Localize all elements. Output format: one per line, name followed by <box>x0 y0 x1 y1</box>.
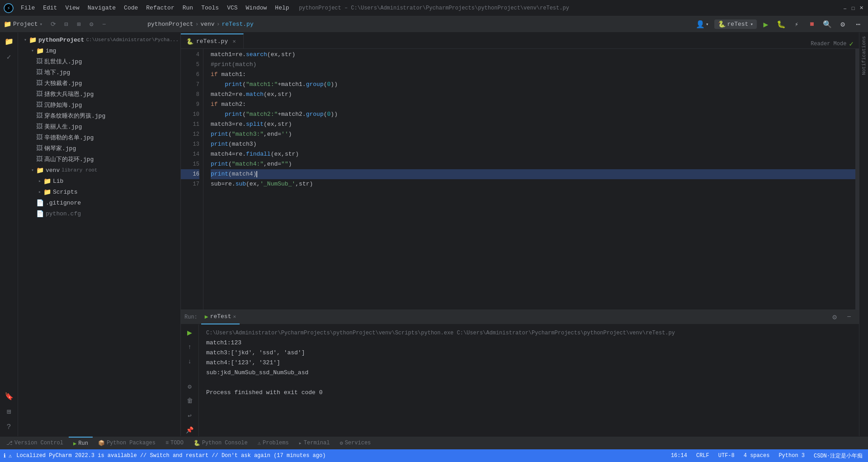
run-coverage-button[interactable]: ⚡ <box>790 18 803 31</box>
run-settings2-button[interactable]: ⚙ <box>184 380 196 393</box>
code-editor[interactable]: 4 5 6 7 8 9 10 11 12 13 14 15 16 17 <box>181 49 859 310</box>
tree-item-partial[interactable]: 📄 python.cfg <box>18 208 180 219</box>
tree-item-file-2[interactable]: 🖼 地下.jpg <box>18 67 180 78</box>
minimize-button[interactable]: – <box>842 5 848 11</box>
menu-run[interactable]: Run <box>179 3 197 13</box>
search-everywhere-button[interactable]: 🔍 <box>821 18 834 31</box>
notifications-label[interactable]: Notifications <box>861 33 867 79</box>
code-line-15: print("match4:",end="") <box>211 159 855 169</box>
run-button[interactable]: ▶ <box>760 18 772 31</box>
tree-item-file-10[interactable]: 🖼 高山下的花环.jpg <box>18 154 180 165</box>
close-button[interactable]: ✕ <box>858 5 864 11</box>
menu-window[interactable]: Window <box>242 3 271 13</box>
tree-item-file-5[interactable]: 🖼 沉静如海.jpg <box>18 100 180 110</box>
run-tab-close[interactable]: ✕ <box>233 314 236 319</box>
tree-item-scripts[interactable]: ▸ 📁 Scripts <box>18 186 180 197</box>
sidebar-bookmarks-icon[interactable]: 🔖 <box>2 389 16 404</box>
run-play-button[interactable]: ▶ <box>184 326 196 339</box>
breadcrumb-file[interactable]: reTest.py <box>222 21 254 28</box>
run-wrap-button[interactable]: ↩ <box>184 409 196 422</box>
svg-text:⚡: ⚡ <box>7 5 10 12</box>
bottom-tab-todo[interactable]: ≡ TODO <box>161 437 188 450</box>
run-configuration[interactable]: 🐍 reTest ▾ <box>714 19 757 29</box>
menu-edit[interactable]: Edit <box>39 3 61 13</box>
sidebar-commit-icon[interactable]: ✓ <box>2 50 16 64</box>
menu-navigate[interactable]: Navigate <box>84 3 119 13</box>
nav-bar: 📁 Project ▾ ⟳ ⊟ ⊞ ⚙ − pythonProject › ve… <box>0 16 868 33</box>
status-crlf[interactable]: CRLF <box>694 452 711 460</box>
status-extra[interactable]: CSDN·注定是小年痴 <box>812 451 864 461</box>
bottom-tab-run[interactable]: ▶ Run <box>69 437 93 450</box>
collapse-all-button[interactable]: ⊟ <box>61 19 71 30</box>
tree-item-file-9[interactable]: 🖼 钢琴家.jpg <box>18 143 180 154</box>
run-tab-retest[interactable]: ▶ reTest ✕ <box>201 310 240 324</box>
debug-button[interactable]: 🐛 <box>775 18 788 31</box>
services-label: Services <box>345 440 371 446</box>
editor-scrollbar[interactable] <box>855 49 859 310</box>
tree-item-file-1[interactable]: 🖼 乱世佳人.jpg <box>18 56 180 67</box>
status-message[interactable]: Localized PyCharm 2022.3 is available //… <box>14 452 327 460</box>
menu-tools[interactable]: Tools <box>198 3 222 13</box>
menu-code[interactable]: Code <box>120 3 142 13</box>
tab-retest[interactable]: 🐍 reTest.py ✕ <box>181 33 244 48</box>
code-line-11: match3=re.split(ex,str) <box>211 119 855 129</box>
sidebar-project-icon[interactable]: 📁 <box>2 34 16 49</box>
project-dropdown[interactable]: 📁 Project ▾ <box>4 20 42 28</box>
content-area: 📁 ✓ 🔖 ⊞ ? ▾ 📁 pythonProject C:\Users\Adm… <box>0 33 868 436</box>
app-icon: ⚡ <box>4 3 14 13</box>
tree-item-root[interactable]: ▾ 📁 pythonProject C:\Users\Administrator… <box>18 34 180 45</box>
code-line-6: if match1: <box>211 70 855 80</box>
breadcrumb-project[interactable]: pythonProject <box>147 21 193 28</box>
sidebar-structure-icon[interactable]: ⊞ <box>2 405 16 419</box>
hide-button[interactable]: − <box>99 19 109 30</box>
python-packages-icon: 📦 <box>98 440 105 447</box>
more-options-button[interactable]: ⋯ <box>852 18 864 31</box>
sidebar-learn-icon[interactable]: ? <box>2 420 16 434</box>
menu-view[interactable]: View <box>61 3 83 13</box>
tab-close-button[interactable]: ✕ <box>231 38 238 45</box>
tree-item-file-7[interactable]: 🖼 美丽人生.jpg <box>18 121 180 132</box>
maximize-button[interactable]: □ <box>850 5 856 11</box>
ide-settings-button[interactable]: ⚙ <box>836 18 849 31</box>
menu-vcs[interactable]: VCS <box>223 3 241 13</box>
status-indent[interactable]: 4 spaces <box>742 452 772 460</box>
sync-files-button[interactable]: ⟳ <box>48 19 59 30</box>
tree-item-venv[interactable]: ▾ 📁 venv library root <box>18 165 180 176</box>
settings-button[interactable]: ⚙ <box>86 19 97 30</box>
run-pin-button[interactable]: 📌 <box>184 424 196 436</box>
tree-item-file-8[interactable]: 🖼 辛德勒的名单.jpg <box>18 132 180 143</box>
menu-help[interactable]: Help <box>271 3 292 13</box>
run-clear-button[interactable]: 🗑 <box>184 395 196 407</box>
breadcrumb-venv[interactable]: venv <box>200 21 214 28</box>
tree-item-lib[interactable]: ▸ 📁 Lib <box>18 176 180 186</box>
bottom-tab-version-control[interactable]: ⎇ Version Control <box>2 437 68 450</box>
run-sidebar: ▶ ↑ ↓ ⚙ 🗑 ↩ 📌 <box>181 324 199 436</box>
run-scroll-down-button[interactable]: ↓ <box>184 355 196 368</box>
code-content[interactable]: match1=re.search(ex,str) #print(match) i… <box>203 49 855 310</box>
status-encoding[interactable]: UTF-8 <box>717 452 736 460</box>
status-python[interactable]: Python 3 <box>777 452 807 460</box>
run-settings-button[interactable]: ⚙ <box>828 311 841 324</box>
tree-item-file-4[interactable]: 🖼 拯救大兵瑞恩.jpg <box>18 89 180 100</box>
bottom-tab-python-packages[interactable]: 📦 Python Packages <box>94 437 160 450</box>
run-scroll-up-button[interactable]: ↑ <box>184 341 196 353</box>
bottom-tab-services[interactable]: ⚙ Services <box>335 437 375 450</box>
bottom-tab-problems[interactable]: ⚠ Problems <box>253 437 293 450</box>
tree-item-file-6[interactable]: 🖼 穿条纹睡衣的男孩.jpg <box>18 110 180 121</box>
status-position[interactable]: 16:14 <box>669 452 689 460</box>
bottom-tab-python-console[interactable]: 🐍 Python Console <box>189 437 252 450</box>
tree-item-img[interactable]: ▾ 📁 img <box>18 45 180 56</box>
code-line-9: if match2: <box>211 100 855 110</box>
menu-refactor[interactable]: Refactor <box>142 3 178 13</box>
line-num-9: 9 <box>181 100 199 110</box>
run-minimize-button[interactable]: − <box>843 311 855 324</box>
stop-button[interactable]: ■ <box>806 18 818 31</box>
menu-file[interactable]: File <box>17 3 38 13</box>
tree-item-gitignore[interactable]: 📄 .gitignore <box>18 197 180 208</box>
account-button[interactable]: 👤 ▾ <box>693 18 712 31</box>
bottom-tab-terminal[interactable]: ▸ Terminal <box>294 437 335 450</box>
python-packages-label: Python Packages <box>107 440 156 446</box>
line-num-6: 6 <box>181 70 199 80</box>
tree-item-file-3[interactable]: 🖼 大独裁者.jpg <box>18 78 180 89</box>
expand-all-button[interactable]: ⊞ <box>73 19 84 30</box>
